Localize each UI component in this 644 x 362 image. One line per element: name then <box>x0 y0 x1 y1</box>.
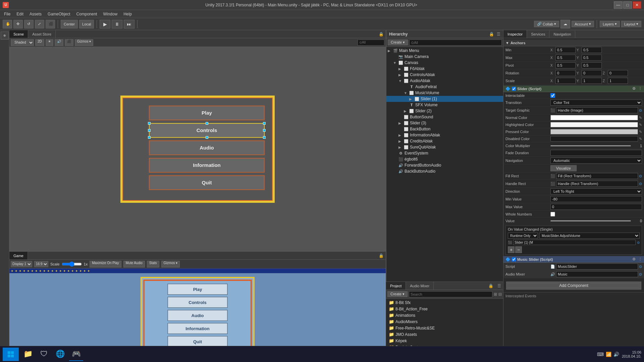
menu-window[interactable]: Window <box>100 11 120 17</box>
hier-backbuttonaudio[interactable]: 🔊 BackButtonAudio <box>386 168 503 174</box>
hier-slider3[interactable]: ▶ ⬜ Slider (3) <box>386 120 503 126</box>
scene-search-input[interactable] <box>358 40 384 46</box>
slider-ref-link[interactable]: ⊙ <box>637 241 640 244</box>
cloud-button[interactable]: ☁ <box>560 20 570 28</box>
scale-slider[interactable] <box>62 261 82 267</box>
project-sort[interactable]: ⊞ <box>494 292 497 297</box>
slider-script-header[interactable]: 🔷 Slider (Script) ⚙ ⋮ <box>503 85 644 92</box>
menu-edit[interactable]: Edit <box>14 11 26 17</box>
close-button[interactable]: ✕ <box>633 1 641 9</box>
min-value-input[interactable] <box>550 196 642 202</box>
max-value-input[interactable] <box>550 204 642 210</box>
taskbar-file-explorer[interactable]: 📁 <box>21 348 35 361</box>
taskbar-browser[interactable]: 🌐 <box>53 348 67 361</box>
fill-rect-link[interactable]: ⊙ <box>639 174 642 178</box>
slider-menu-icon[interactable]: ⋮ <box>638 86 642 91</box>
editor-btn-controls[interactable]: Controls <box>149 123 265 138</box>
game-btn-controls[interactable]: Controls <box>167 297 228 308</box>
hier-buttonsound[interactable]: ⬜ ButtonSound <box>386 114 503 120</box>
lighting-button[interactable]: ☀ <box>46 39 53 46</box>
rot-z-input[interactable] <box>608 70 628 76</box>
stats-btn[interactable]: Stats <box>147 261 159 267</box>
project-item-8bitsfx[interactable]: 📁 8-Bit Sfx <box>386 299 503 306</box>
direction-dropdown[interactable]: Left To Right <box>550 188 642 194</box>
menu-gameobject[interactable]: GameObject <box>45 11 73 17</box>
whole-numbers-checkbox[interactable] <box>550 212 555 217</box>
hier-musicvolume[interactable]: ▼ ⬜ MusicVolume <box>386 90 503 96</box>
gizmos-button[interactable]: Gizmos ▾ <box>75 39 94 46</box>
shading-mode[interactable]: Shaded <box>11 39 34 46</box>
menu-file[interactable]: File <box>1 11 13 17</box>
project-create-btn[interactable]: Create ▾ <box>387 291 408 297</box>
game-btn-audio[interactable]: Audio <box>167 310 228 321</box>
method-dropdown[interactable]: MusicSlider.AdjustVolume <box>539 233 640 239</box>
min-y-input[interactable] <box>582 47 602 53</box>
hier-audiofelirat[interactable]: T AudioFelirat <box>386 84 503 90</box>
pause-button[interactable]: ⏸ <box>112 20 122 28</box>
music-slider-menu[interactable]: ⋮ <box>638 257 642 261</box>
handle-rect-link[interactable]: ⊙ <box>639 182 642 186</box>
hier-slider1[interactable]: ▶ ⬜ Slider (1) <box>386 96 503 102</box>
project-item-freeretro[interactable]: 📁 Free-Retro-Music&SE <box>386 325 503 331</box>
normal-color-edit[interactable]: ✎ <box>639 116 642 120</box>
remove-event-btn[interactable]: − <box>515 246 522 253</box>
menu-help[interactable]: Help <box>121 11 135 17</box>
hier-eventsystem[interactable]: ⚙ EventSystem <box>386 150 503 156</box>
pressed-color-swatch[interactable] <box>550 129 638 134</box>
handle-rect-input[interactable] <box>556 181 638 187</box>
tab-asset-store[interactable]: Asset Store <box>28 30 56 38</box>
game-btn-play[interactable]: Play <box>167 284 228 295</box>
add-event-btn[interactable]: + <box>508 246 515 253</box>
hier-canvas[interactable]: ▼ ⬜ Canvas <box>386 60 503 66</box>
hier-foablak[interactable]: ▶ ⬜ FőAblak <box>386 66 503 72</box>
2d-button[interactable]: 2D <box>35 39 44 46</box>
account-button[interactable]: Account ▾ <box>572 21 594 27</box>
rot-y-input[interactable] <box>582 70 602 76</box>
hier-egbolt6[interactable]: ⬛ égbolt6 <box>386 156 503 162</box>
fill-rect-input[interactable] <box>556 173 638 179</box>
audio-mixer-input[interactable] <box>556 271 638 277</box>
scale-y-input[interactable] <box>582 78 602 84</box>
tool-move[interactable]: ✜ <box>13 20 23 28</box>
tool-hand[interactable]: ✋ <box>3 20 12 28</box>
hier-audioablak[interactable]: ▼ ⬜ AudioAblak <box>386 78 503 84</box>
hier-main-menu[interactable]: ▶ 🎬 Main Menu <box>386 48 503 54</box>
tab-project[interactable]: Project <box>386 282 406 290</box>
visualize-button[interactable]: Visualize <box>550 165 577 171</box>
navigation-dropdown[interactable]: Automatic <box>550 158 642 164</box>
game-btn-information[interactable]: Information <box>167 323 228 334</box>
interactable-checkbox[interactable] <box>550 93 555 98</box>
scene-lock[interactable]: 🔒 <box>377 32 386 37</box>
taskbar-unity[interactable]: 🎮 <box>69 348 83 361</box>
display-select[interactable]: Display 1 <box>11 261 32 267</box>
fx-button[interactable]: ⬛ <box>65 39 73 46</box>
max-y-input[interactable] <box>582 55 602 61</box>
script-input[interactable] <box>556 263 638 269</box>
rot-x-input[interactable] <box>555 70 576 76</box>
hierarchy-lock[interactable]: 🔒 <box>489 32 494 37</box>
project-search[interactable] <box>409 291 492 297</box>
highlighted-color-swatch[interactable] <box>550 122 638 127</box>
audio-button[interactable]: 🔊 <box>55 39 63 46</box>
slider-ref-input[interactable] <box>513 240 636 245</box>
project-menu[interactable]: ☰ <box>495 284 503 288</box>
slider-enabled-checkbox[interactable] <box>512 87 516 91</box>
runtime-only-dropdown[interactable]: Runtime Only <box>508 233 538 239</box>
disabled-color-edit[interactable]: ✎ <box>639 137 642 141</box>
tab-navigation[interactable]: Navigation <box>549 30 575 38</box>
project-view[interactable]: ⊟ <box>498 292 502 297</box>
game-btn-quit[interactable]: Quit <box>167 336 228 347</box>
hier-informationablak[interactable]: ▶ ⬜ InformationAblak <box>386 132 503 138</box>
scale-x-input[interactable] <box>555 78 576 84</box>
tab-services[interactable]: Services <box>527 30 549 38</box>
pivot-x-input[interactable] <box>555 62 576 68</box>
add-component-button[interactable]: Add Component <box>506 282 641 290</box>
hier-backbutton[interactable]: ⬜ BackButton <box>386 126 503 132</box>
editor-btn-play[interactable]: Play <box>149 106 265 120</box>
tab-inspector[interactable]: Inspector <box>503 30 527 38</box>
hier-controlsablak[interactable]: ▶ ⬜ ControlsAblak <box>386 72 503 78</box>
hier-main-camera[interactable]: 📷 Main Camera <box>386 54 503 60</box>
editor-btn-audio[interactable]: Audio <box>149 140 265 155</box>
min-x-input[interactable] <box>555 47 576 53</box>
layout-button[interactable]: Layout ▾ <box>621 21 641 27</box>
